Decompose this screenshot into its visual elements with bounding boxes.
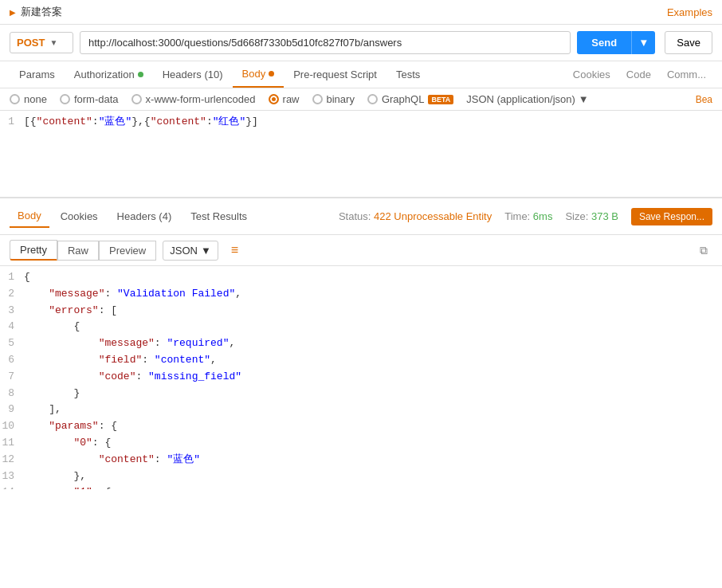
- response-line: 11 "0": {: [0, 435, 722, 452]
- response-line-number: 10: [0, 418, 24, 435]
- resp-tab-body[interactable]: Body: [10, 205, 49, 228]
- response-line-number: 11: [0, 435, 24, 452]
- body-options-bar: none form-data x-www-form-urlencoded raw…: [0, 88, 722, 111]
- response-line-content: {: [24, 269, 30, 286]
- radio-none[interactable]: none: [10, 93, 47, 105]
- radio-formdata-dot: [60, 94, 70, 104]
- tab-prerequest[interactable]: Pre-request Script: [284, 62, 387, 87]
- tab-tests[interactable]: Tests: [387, 62, 430, 87]
- response-line: 6 "field": "content",: [0, 352, 722, 369]
- resp-tab-test-results[interactable]: Test Results: [182, 206, 255, 227]
- response-line-content: "message": "required",: [24, 335, 235, 352]
- response-line: 10 "params": {: [0, 418, 722, 435]
- url-input[interactable]: [80, 31, 571, 54]
- response-line-content: }: [24, 386, 80, 402]
- radio-graphql-dot: [367, 94, 378, 104]
- response-line-content: ],: [24, 402, 61, 418]
- response-line-number: 8: [0, 386, 24, 402]
- response-line: 4 {: [0, 319, 722, 335]
- json-format-select[interactable]: JSON (application/json) ▼: [466, 93, 588, 105]
- method-select[interactable]: POST ▼: [10, 32, 73, 53]
- chevron-down-icon: ▼: [201, 245, 211, 257]
- size-label: Size: 373 B: [565, 210, 618, 222]
- radio-raw-dot: [269, 94, 279, 104]
- response-line-content: },: [24, 468, 86, 485]
- chevron-down-icon: ▼: [579, 93, 589, 105]
- response-line-number: 12: [0, 452, 24, 468]
- request-code-area: 1 [{"content":"蓝色"},{"content":"红色"}]: [0, 111, 722, 198]
- examples-link[interactable]: Examples: [667, 6, 712, 18]
- tab-authorization[interactable]: Authorization: [65, 62, 153, 87]
- tab-nav-right: Cookies Code Comm...: [567, 62, 712, 87]
- radio-binary-dot: [312, 94, 323, 104]
- tab-params[interactable]: Params: [10, 62, 65, 87]
- send-arrow-button[interactable]: ▼: [631, 31, 655, 54]
- response-line-content: "message": "Validation Failed",: [24, 286, 241, 303]
- save-button[interactable]: Save: [665, 31, 712, 54]
- top-bar: ▶ 新建答案 Examples: [0, 0, 722, 25]
- send-btn-group: Send ▼: [577, 31, 655, 54]
- method-text: POST: [17, 37, 45, 49]
- tab-cookies[interactable]: Cookies: [567, 62, 617, 87]
- tab-headers[interactable]: Headers (10): [153, 62, 233, 87]
- response-line-content: "errors": [: [24, 303, 117, 319]
- response-line-content: "params": {: [24, 418, 117, 435]
- response-line-number: 13: [0, 468, 24, 485]
- response-line-number: 7: [0, 369, 24, 386]
- bea-text: Bea: [696, 94, 712, 105]
- response-line-number: 14: [0, 484, 24, 489]
- radio-raw[interactable]: raw: [269, 93, 300, 105]
- time-label: Time: 6ms: [504, 210, 552, 222]
- resp-tab-cookies[interactable]: Cookies: [53, 206, 106, 227]
- response-line: 2 "message": "Validation Failed",: [0, 286, 722, 303]
- response-line-content: "field": "content",: [24, 352, 217, 369]
- radio-form-data[interactable]: form-data: [60, 93, 119, 105]
- wrap-icon: ≡: [231, 243, 238, 257]
- response-toolbar: Pretty Raw Preview JSON ▼ ≡ ⧉: [0, 235, 722, 266]
- resp-preview-button[interactable]: Preview: [99, 241, 156, 261]
- response-line-number: 2: [0, 286, 24, 303]
- body-dot: [269, 71, 274, 76]
- response-line: 5 "message": "required",: [0, 335, 722, 352]
- request-code-line-1: 1 [{"content":"蓝色"},{"content":"红色"}]: [0, 114, 722, 130]
- line-content: [{"content":"蓝色"},{"content":"红色"}]: [24, 114, 258, 130]
- response-line-content: "content": "蓝色": [24, 452, 200, 468]
- send-button[interactable]: Send: [577, 31, 631, 54]
- response-line: 1{: [0, 269, 722, 286]
- resp-tab-headers[interactable]: Headers (4): [109, 206, 180, 227]
- breadcrumb: ▶ 新建答案: [10, 5, 62, 19]
- tab-code[interactable]: Code: [620, 62, 657, 87]
- chevron-down-icon: ▼: [49, 38, 57, 47]
- status-label: Status: 422 Unprocessable Entity: [339, 210, 492, 222]
- radio-none-dot: [10, 94, 20, 104]
- wrap-button[interactable]: ≡: [225, 240, 245, 261]
- response-line: 9 ],: [0, 402, 722, 418]
- response-line: 3 "errors": [: [0, 303, 722, 319]
- resp-raw-button[interactable]: Raw: [57, 241, 99, 261]
- response-line-content: "code": "missing_field": [24, 369, 241, 386]
- line-number: 1: [0, 114, 24, 130]
- response-line-number: 4: [0, 319, 24, 335]
- tab-comments[interactable]: Comm...: [661, 62, 712, 87]
- response-line-content: "1": {: [24, 484, 111, 489]
- tab-body[interactable]: Body: [233, 61, 284, 88]
- response-line: 8 }: [0, 386, 722, 402]
- url-bar: POST ▼ Send ▼ Save: [0, 25, 722, 61]
- response-line: 14 "1": {: [0, 484, 722, 489]
- radio-graphql[interactable]: GraphQL BETA: [367, 93, 453, 105]
- response-line-content: {: [24, 319, 80, 335]
- radio-binary[interactable]: binary: [312, 93, 355, 105]
- resp-pretty-button[interactable]: Pretty: [10, 240, 57, 261]
- copy-button[interactable]: ⧉: [695, 241, 712, 261]
- response-line-number: 5: [0, 335, 24, 352]
- response-line: 12 "content": "蓝色": [0, 452, 722, 468]
- response-line-number: 3: [0, 303, 24, 319]
- resp-json-select[interactable]: JSON ▼: [163, 241, 218, 261]
- response-line-content: "0": {: [24, 435, 111, 452]
- response-line: 7 "code": "missing_field": [0, 369, 722, 386]
- page-title: 新建答案: [21, 5, 62, 19]
- status-bar: Status: 422 Unprocessable Entity Time: 6…: [339, 208, 712, 225]
- response-line: 13 },: [0, 468, 722, 485]
- radio-urlencoded[interactable]: x-www-form-urlencoded: [131, 93, 256, 105]
- save-response-button[interactable]: Save Respon...: [631, 208, 712, 225]
